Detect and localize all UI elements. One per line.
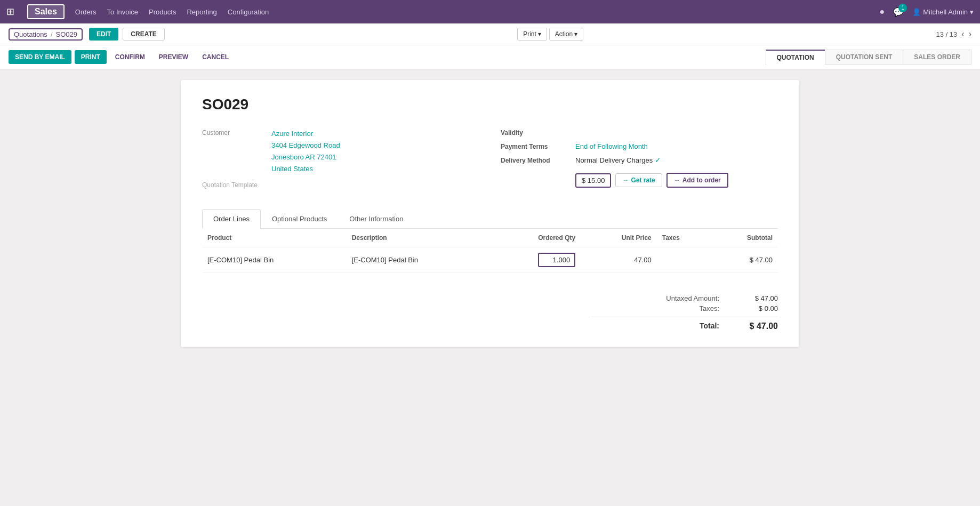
row-description[interactable]: [E-COM10] Pedal Bin bbox=[347, 247, 491, 273]
table-header: Product Description Ordered Qty Unit Pri… bbox=[202, 229, 778, 247]
nav-reporting[interactable]: Reporting bbox=[187, 8, 216, 16]
customer-address: Azure Interior 3404 Edgewood Road Jonesb… bbox=[271, 128, 340, 175]
notification-badge: 1 bbox=[898, 4, 907, 12]
row-unit-price[interactable]: 47.00 bbox=[581, 247, 657, 273]
breadcrumb-current: SO029 bbox=[56, 30, 77, 38]
print-action-button[interactable]: PRINT bbox=[75, 50, 107, 64]
app-name[interactable]: Sales bbox=[27, 4, 65, 19]
action-dropdown-icon: ▾ bbox=[574, 30, 577, 38]
row-product[interactable]: [E-COM10] Pedal Bin bbox=[202, 247, 347, 273]
col-qty: Ordered Qty bbox=[491, 229, 581, 247]
send-email-button[interactable]: SEND BY EMAIL bbox=[9, 50, 71, 64]
user-menu[interactable]: 👤 Mitchell Admin ▾ bbox=[912, 8, 974, 16]
taxes-value: $ 0.00 bbox=[735, 304, 778, 312]
main-content: SO029 Customer Azure Interior 3404 Edgew… bbox=[0, 69, 980, 506]
delivery-method-value: Normal Delivery Charges ✓ bbox=[575, 156, 661, 164]
delivery-price-row: $ 15.00 → Get rate → Add to order bbox=[501, 170, 778, 188]
grid-icon[interactable]: ⊞ bbox=[6, 6, 14, 18]
status-quotation-sent[interactable]: QUOTATION SENT bbox=[825, 50, 903, 65]
col-description: Description bbox=[347, 229, 491, 247]
breadcrumb-bar: Quotations / SO029 EDIT CREATE Print ▾ A… bbox=[0, 23, 980, 45]
nav-orders[interactable]: Orders bbox=[75, 8, 97, 16]
delivery-method-row: Delivery Method Normal Delivery Charges … bbox=[501, 156, 778, 164]
grand-total-row: Total: $ 47.00 bbox=[591, 317, 778, 331]
customer-address-line2[interactable]: Jonesboro AR 72401 bbox=[271, 151, 340, 163]
add-to-order-arrow: → bbox=[674, 176, 680, 184]
customer-name[interactable]: Azure Interior bbox=[271, 128, 340, 140]
customer-row: Customer Azure Interior 3404 Edgewood Ro… bbox=[202, 128, 479, 175]
qty-input[interactable] bbox=[538, 253, 575, 267]
form-right: Validity Payment Terms End of Following … bbox=[501, 128, 778, 194]
row-qty bbox=[491, 247, 581, 273]
template-row: Quotation Template bbox=[202, 180, 479, 189]
row-subtotal: $ 47.00 bbox=[710, 247, 778, 273]
pagination-prev[interactable]: ‹ bbox=[961, 29, 964, 39]
nav-links: Orders To Invoice Products Reporting Con… bbox=[75, 8, 869, 16]
get-rate-arrow: → bbox=[622, 176, 629, 184]
payment-terms-row: Payment Terms End of Following Month bbox=[501, 142, 778, 150]
tab-optional-products[interactable]: Optional Products bbox=[261, 209, 338, 228]
clock-icon[interactable]: ● bbox=[880, 7, 885, 17]
taxes-label: Taxes: bbox=[591, 304, 719, 312]
delivery-method-label: Delivery Method bbox=[501, 156, 570, 164]
get-rate-button[interactable]: → Get rate bbox=[615, 173, 662, 187]
top-navigation: ⊞ Sales Orders To Invoice Products Repor… bbox=[0, 0, 980, 23]
nav-right: ● 💬 1 👤 Mitchell Admin ▾ bbox=[880, 7, 974, 17]
row-taxes[interactable] bbox=[657, 247, 710, 273]
preview-button[interactable]: PREVIEW bbox=[154, 50, 194, 64]
customer-address-line1[interactable]: 3404 Edgewood Road bbox=[271, 140, 340, 151]
col-product: Product bbox=[202, 229, 347, 247]
breadcrumb-actions: EDIT CREATE bbox=[89, 28, 165, 41]
pagination-next[interactable]: › bbox=[969, 29, 971, 39]
template-label: Quotation Template bbox=[202, 180, 266, 189]
user-avatar: 👤 bbox=[912, 8, 921, 16]
status-bar: QUOTATION QUOTATION SENT SALES ORDER bbox=[766, 50, 971, 65]
untaxed-row: Untaxed Amount: $ 47.00 bbox=[591, 294, 778, 302]
tab-order-lines[interactable]: Order Lines bbox=[202, 209, 261, 229]
print-button[interactable]: Print ▾ bbox=[517, 28, 547, 41]
delivery-price: $ 15.00 bbox=[575, 173, 611, 188]
edit-button[interactable]: EDIT bbox=[89, 28, 118, 41]
delivery-checkmark: ✓ bbox=[655, 156, 661, 164]
chat-icon[interactable]: 💬 1 bbox=[893, 7, 904, 17]
nav-to-invoice[interactable]: To Invoice bbox=[107, 8, 139, 16]
table-row: [E-COM10] Pedal Bin [E-COM10] Pedal Bin … bbox=[202, 247, 778, 273]
status-sales-order[interactable]: SALES ORDER bbox=[903, 50, 971, 65]
status-quotation[interactable]: QUOTATION bbox=[766, 50, 825, 65]
delivery-price-group: $ 15.00 → Get rate → Add to order bbox=[575, 173, 728, 188]
col-subtotal: Subtotal bbox=[710, 229, 778, 247]
form-left: Customer Azure Interior 3404 Edgewood Ro… bbox=[202, 128, 479, 194]
breadcrumb-parent[interactable]: Quotations bbox=[14, 30, 47, 38]
form-grid: Customer Azure Interior 3404 Edgewood Ro… bbox=[202, 128, 778, 194]
delivery-method-text: Normal Delivery Charges bbox=[575, 156, 653, 164]
payment-terms-label: Payment Terms bbox=[501, 142, 570, 150]
nav-configuration[interactable]: Configuration bbox=[228, 8, 269, 16]
create-button[interactable]: CREATE bbox=[123, 28, 164, 41]
user-dropdown-icon: ▾ bbox=[970, 8, 974, 16]
print-action-group: Print ▾ Action ▾ bbox=[517, 28, 583, 41]
grand-total-value: $ 47.00 bbox=[735, 322, 778, 331]
untaxed-value: $ 47.00 bbox=[735, 294, 778, 302]
tab-other-information[interactable]: Other Information bbox=[338, 209, 414, 228]
validity-label: Validity bbox=[501, 128, 570, 136]
action-bar-left: SEND BY EMAIL PRINT CONFIRM PREVIEW CANC… bbox=[9, 50, 234, 64]
pagination-info: 13 / 13 ‹ › bbox=[936, 29, 971, 39]
action-button[interactable]: Action ▾ bbox=[549, 28, 583, 41]
cancel-button[interactable]: CANCEL bbox=[197, 50, 234, 64]
grand-total-label: Total: bbox=[591, 322, 719, 331]
breadcrumb-separator: / bbox=[51, 30, 53, 38]
taxes-row: Taxes: $ 0.00 bbox=[591, 304, 778, 312]
delivery-price-label bbox=[501, 178, 570, 179]
tabs: Order Lines Optional Products Other Info… bbox=[202, 209, 778, 229]
add-to-order-button[interactable]: → Add to order bbox=[666, 173, 728, 188]
document-title: SO029 bbox=[202, 96, 778, 113]
payment-terms-value[interactable]: End of Following Month bbox=[575, 142, 648, 150]
pagination-text: 13 / 13 bbox=[936, 30, 958, 38]
confirm-button[interactable]: CONFIRM bbox=[110, 50, 150, 64]
table-body: [E-COM10] Pedal Bin [E-COM10] Pedal Bin … bbox=[202, 247, 778, 273]
customer-address-line3[interactable]: United States bbox=[271, 163, 340, 175]
breadcrumb: Quotations / SO029 bbox=[9, 28, 83, 41]
nav-products[interactable]: Products bbox=[149, 8, 176, 16]
untaxed-label: Untaxed Amount: bbox=[591, 294, 719, 302]
print-dropdown-icon: ▾ bbox=[538, 30, 541, 38]
